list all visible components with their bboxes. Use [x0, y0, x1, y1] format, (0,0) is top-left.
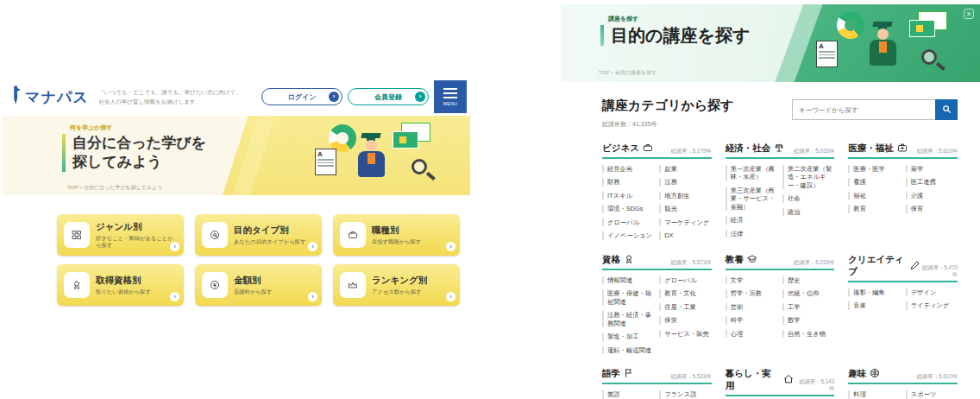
category-item-link[interactable]: 自然・生き物	[782, 330, 834, 338]
category-item-link[interactable]: 医療・保健・福祉関連	[602, 289, 654, 306]
category-item-link[interactable]: 法律	[726, 230, 777, 238]
category-course-count: 総講座：5,033件	[794, 259, 834, 266]
card-title: 金額別	[234, 275, 273, 287]
category-item-link[interactable]: 撮影・編集	[848, 288, 900, 296]
manapass-logo[interactable]: マナパス	[9, 86, 89, 108]
category-item-link[interactable]: 教育	[848, 205, 900, 212]
category-item-link[interactable]: 環境・SDGs	[602, 205, 654, 212]
search-card-price[interactable]: 金額別受講料から探す›	[195, 264, 322, 306]
category-item-link[interactable]: 第二次産業（製造・エネルギー・建設）	[782, 165, 834, 189]
search-card-genre[interactable]: ジャンル別好きなこと・興味があることから探す›	[57, 214, 184, 256]
category-block: 医療・福祉総講座：5,610件医療・医学看護福祉教育薬学医工連携介護保育	[848, 142, 958, 240]
grid-icon	[64, 222, 90, 248]
category-item-link[interactable]: 運転・輸送関連	[602, 346, 654, 354]
page-title: 目的の講座を探す	[600, 25, 750, 46]
signup-button[interactable]: 会員登録 ›	[348, 88, 429, 105]
category-item-link[interactable]: 住居・工業	[659, 303, 711, 311]
arrow-right-icon: ›	[329, 92, 339, 102]
category-item-link[interactable]: マーケティング	[659, 218, 711, 226]
ball-icon	[870, 368, 880, 380]
category-item-link[interactable]: 教育・文化	[659, 289, 711, 297]
category-course-count: 総講座：5,143件	[794, 378, 834, 392]
category-item-link[interactable]: 料理	[848, 390, 900, 398]
category-item-link[interactable]: デザイン	[906, 288, 958, 296]
category-item-link[interactable]: 科学	[726, 316, 777, 324]
balance-icon	[774, 142, 784, 155]
category-item-link[interactable]: イノベーション	[602, 231, 654, 239]
category-item-link[interactable]: 看護	[848, 178, 900, 186]
category-item-link[interactable]: 保育	[906, 205, 958, 212]
category-item-link[interactable]: 起業	[659, 165, 711, 173]
menu-button[interactable]: MENU	[434, 80, 467, 113]
category-item-link[interactable]: 保安	[659, 316, 711, 324]
hero-illustration: A	[310, 121, 465, 190]
category-item-link[interactable]: 情報関連	[602, 276, 654, 284]
login-button[interactable]: ログイン ›	[261, 88, 342, 105]
screenshot-canvas: マナパス 「いつでも・どこでも、誰でも」学びたい方に向けて、 社会人の学び直し情…	[0, 0, 980, 399]
category-item-link[interactable]: 哲学・宗教	[726, 289, 777, 297]
category-item-link[interactable]: ITスキル	[602, 192, 654, 200]
category-item-link[interactable]: 医療・医学	[848, 165, 900, 173]
category-item-link[interactable]: グローバル	[602, 218, 654, 226]
category-item-link[interactable]: スポーツ	[906, 390, 958, 398]
category-item-link[interactable]: 工学	[782, 303, 834, 311]
search-card-ranking[interactable]: ランキング別アクセス数から探す›	[333, 264, 460, 306]
category-item-link[interactable]: 医工連携	[906, 178, 958, 186]
search-button[interactable]	[935, 99, 958, 120]
category-item-link[interactable]: 観光	[659, 205, 711, 212]
card-subtitle: 取りたい資格から探す	[96, 288, 151, 295]
search-input[interactable]	[792, 99, 935, 120]
crown-icon	[340, 272, 366, 298]
category-item-link[interactable]: フランス語	[659, 390, 711, 398]
cards-illustration	[909, 11, 949, 41]
category-item-link[interactable]: 伝統・信仰	[782, 289, 834, 297]
category-item-link[interactable]: 薬学	[906, 165, 958, 173]
category-item-link[interactable]: 福祉	[848, 192, 900, 200]
magnifier-illustration	[921, 49, 937, 65]
search-card-qualification[interactable]: 取得資格別取りたい資格から探す›	[57, 264, 184, 306]
medal-icon	[64, 272, 90, 298]
site-header: マナパス 「いつでも・どこでも、誰でも」学びたい方に向けて、 社会人の学び直し情…	[2, 78, 470, 116]
category-item-link[interactable]: DX	[659, 231, 711, 239]
arrow-right-icon: ›	[170, 292, 179, 301]
arrow-right-icon: ›	[308, 292, 317, 301]
category-item-link[interactable]: 経営企画	[602, 165, 654, 173]
category-name: ビジネス	[602, 142, 653, 155]
category-item-link[interactable]: 地方創生	[659, 192, 711, 200]
category-item-link[interactable]: 文学	[726, 276, 777, 284]
arrow-right-icon: ›	[308, 242, 317, 251]
category-item-link[interactable]: 音楽	[848, 301, 900, 309]
category-item-link[interactable]: 英語	[602, 390, 654, 398]
category-item-link[interactable]: 第三次産業（商業・サービス・金融）	[726, 187, 777, 211]
category-item-link[interactable]: 政治	[782, 208, 834, 216]
category-item-link[interactable]: 法務	[659, 178, 711, 186]
category-item-link[interactable]: 法務・経済・事務関連	[602, 311, 654, 327]
category-item-link[interactable]: 介護	[906, 192, 958, 200]
page-content: 講座カテゴリから探す 総講座数：41,335件 ビジネス総講座：5,179件経営…	[561, 82, 980, 399]
cards-illustration	[393, 123, 432, 152]
category-item-link[interactable]: 社会	[782, 194, 834, 202]
category-item-link[interactable]: ライティング	[906, 301, 958, 309]
category-course-count: 総講座：5,610件	[917, 148, 958, 155]
category-item-link[interactable]: 製造・加工	[602, 332, 654, 340]
gradcap-icon	[747, 254, 757, 266]
section-header: 講座カテゴリから探す 総講座数：41,335件	[602, 98, 958, 129]
breadcrumb[interactable]: TOP > 目的の講座を探す	[599, 69, 656, 77]
category-course-count: 総講座：5,470件	[920, 264, 958, 278]
category-item-link[interactable]: 心理	[726, 330, 777, 338]
search-card-purpose-type[interactable]: 目的タイプ別あなたの目的タイプから探す›	[195, 214, 322, 256]
search-card-occupation[interactable]: 職種別目指す職種から探す›	[333, 214, 460, 256]
category-item-link[interactable]: グローバル	[659, 276, 711, 284]
category-item-link[interactable]: 芸術	[726, 303, 777, 311]
breadcrumb[interactable]: TOP > 自分に合った学びを探してみよう	[67, 184, 162, 192]
category-header: 趣味総講座：5,610件	[848, 368, 958, 384]
category-item-link[interactable]: 数学	[782, 316, 834, 324]
close-icon[interactable]: ✕	[964, 9, 974, 19]
category-item-link[interactable]: 経済	[726, 216, 777, 224]
document-illustration: A	[816, 41, 838, 67]
category-item-link[interactable]: 財務	[602, 178, 654, 186]
category-block: クリエイティブ総講座：5,470件撮影・編集音楽デザインライティング	[848, 254, 958, 354]
category-item-link[interactable]: サービス・販売	[659, 330, 711, 338]
category-item-link[interactable]: 歴史	[782, 276, 834, 284]
category-item-link[interactable]: 第一次産業（農林・水産）	[726, 165, 777, 181]
